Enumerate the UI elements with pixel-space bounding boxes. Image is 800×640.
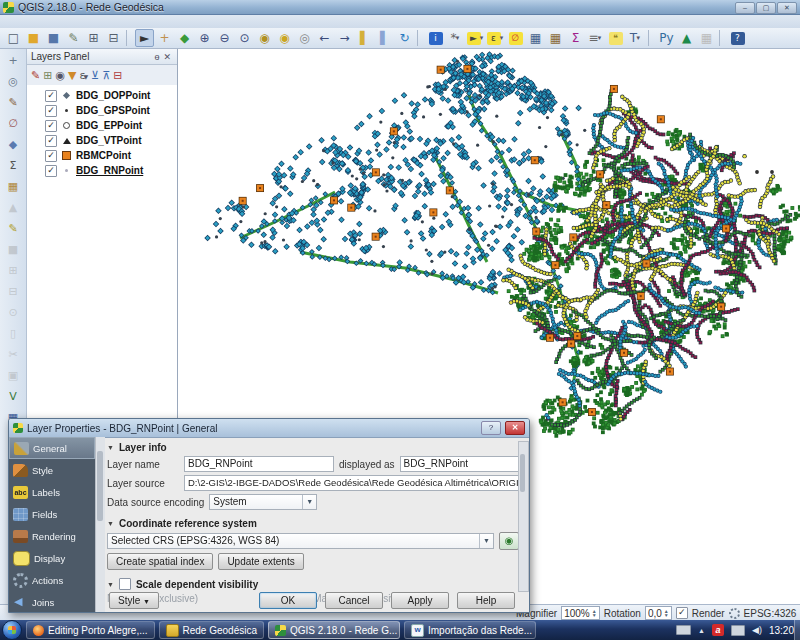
tray-expand-icon[interactable]: ▲ — [698, 627, 705, 634]
feature-action-button[interactable]: *▼ — [446, 29, 465, 47]
zoom-in-button[interactable]: ⊕ — [195, 29, 214, 47]
zoom-to-layer-button[interactable]: ◎ — [295, 29, 314, 47]
style-manager-button[interactable]: ▦ — [4, 178, 22, 195]
processing-toolbox-button[interactable]: ▦ — [697, 29, 716, 47]
cut-features-button[interactable]: ✂ — [4, 346, 22, 363]
composer-manager-button[interactable]: ⊟ — [104, 29, 123, 47]
layer-visibility-checkbox[interactable] — [45, 90, 57, 102]
field-calculator-button[interactable]: ▦ — [546, 29, 565, 47]
dialog-scrollbar[interactable] — [518, 441, 529, 592]
identify-features-button[interactable]: i — [426, 29, 445, 47]
new-project-button[interactable]: □ — [4, 29, 23, 47]
remove-layer-button[interactable]: ⊟ — [113, 69, 122, 82]
network-tray-icon[interactable] — [731, 625, 745, 636]
show-desktop-button[interactable] — [794, 620, 800, 640]
cancel-button[interactable]: Cancel — [325, 592, 383, 609]
dialog-close-button[interactable]: ✕ — [505, 421, 525, 435]
new-bookmark-button[interactable]: ▌ — [355, 29, 374, 47]
ok-button[interactable]: OK — [259, 592, 317, 609]
create-spatial-index-button[interactable]: Create spatial index — [107, 553, 213, 570]
deselect-all-button[interactable]: ∅ — [506, 29, 525, 47]
close-button[interactable]: ✕ — [777, 2, 797, 14]
keyboard-tray-icon[interactable] — [676, 625, 691, 635]
zoom-last-button[interactable]: ← — [315, 29, 334, 47]
dialog-tab-labels[interactable]: Labels — [9, 481, 95, 503]
open-layer-styling-button[interactable]: ✎ — [31, 69, 40, 82]
layer-item-bdg-dgppoint[interactable]: BDG_DOPPoint — [27, 88, 177, 103]
layer-visibility-checkbox[interactable] — [45, 150, 57, 162]
crs-combo[interactable]: Selected CRS (EPSG:4326, WGS 84) ▼ — [107, 533, 494, 549]
statistics-panel-button[interactable]: Σ — [4, 157, 22, 174]
zoom-out-button[interactable]: ⊖ — [215, 29, 234, 47]
plugin-tool-button[interactable]: + — [4, 52, 22, 69]
select-crs-button[interactable]: ◉ — [499, 532, 519, 550]
collapse-triangle-icon[interactable]: ▼ — [107, 444, 114, 451]
crs-label[interactable]: EPSG:4326 — [744, 608, 797, 619]
save-edits-button[interactable]: ■ — [4, 241, 22, 258]
dialog-tab-actions[interactable]: Actions — [9, 569, 95, 591]
roadgraph-button[interactable]: ✎ — [4, 94, 22, 111]
dialog-help-button[interactable]: ? — [481, 421, 501, 435]
collapse-triangle-icon[interactable]: ▼ — [107, 581, 114, 588]
add-group-button[interactable]: ⊞ — [43, 69, 52, 82]
filter-legend-button[interactable]: ▼ — [68, 69, 76, 82]
expression-filter-button[interactable]: ε▼ — [80, 69, 89, 82]
zoom-next-button[interactable]: → — [335, 29, 354, 47]
open-project-button[interactable]: ■ — [24, 29, 43, 47]
expand-all-button[interactable]: ⊻ — [91, 69, 99, 82]
update-extents-button[interactable]: Update extents — [218, 553, 303, 570]
taskbar-clock[interactable]: 13:20 — [769, 625, 794, 636]
style-menu-button[interactable]: Style ▼ — [109, 592, 159, 609]
taskbar-item-qgis[interactable]: QGIS 2.18.0 - Rede G... — [268, 621, 400, 639]
pan-map-button[interactable]: + — [155, 29, 174, 47]
statistics-button[interactable]: Σ — [566, 29, 585, 47]
refresh-button[interactable]: ↻ — [395, 29, 414, 47]
touch-zoom-pan-button[interactable]: ► — [135, 29, 154, 47]
move-feature-button[interactable]: ⊟ — [4, 283, 22, 300]
help-button[interactable]: ? — [728, 29, 747, 47]
copy-features-button[interactable]: ▣ — [4, 367, 22, 384]
spinner-arrows-icon[interactable]: ▲▼ — [664, 609, 669, 617]
layer-visibility-checkbox[interactable] — [45, 135, 57, 147]
map-tips-button[interactable]: ❝ — [606, 29, 625, 47]
layer-item-rbmcpoint[interactable]: RBMCPoint — [27, 148, 177, 163]
select-features-button[interactable]: ►▼ — [466, 29, 485, 47]
dialog-tab-fields[interactable]: Fields — [9, 503, 95, 525]
volume-tray-icon[interactable]: ◀) — [752, 625, 762, 635]
georeferencer-button[interactable]: ◎ — [4, 73, 22, 90]
layer-visibility-checkbox[interactable] — [45, 165, 57, 177]
taskbar-item-rede-geodesica-folder[interactable]: Rede Geodésica — [159, 621, 265, 639]
taskbar-item-editing-porto-alegre[interactable]: Editing Porto Alegre,... — [26, 621, 155, 639]
layer-visibility-checkbox[interactable] — [45, 120, 57, 132]
dialog-tab-general[interactable]: General — [9, 437, 95, 459]
python-console-button[interactable]: Py — [657, 29, 676, 47]
zoom-native-button[interactable]: ⊙ — [235, 29, 254, 47]
zoom-to-selection-button[interactable]: ◉ — [275, 29, 294, 47]
text-annotation-button[interactable]: T▼ — [626, 29, 645, 47]
taskbar-item-importacao-doc[interactable]: Importação das Rede... — [404, 621, 536, 639]
layer-item-bdg-vtpoint[interactable]: BDG_VTPoint — [27, 133, 177, 148]
toggle-editing-button[interactable]: ✎ — [4, 220, 22, 237]
title-bar[interactable]: QGIS 2.18.0 - Rede Geodésica – ▢ ✕ — [0, 0, 800, 15]
dialog-tab-joins[interactable]: Joins — [9, 591, 95, 612]
pan-to-selection-button[interactable]: ◆ — [175, 29, 194, 47]
save-project-button[interactable]: ■ — [44, 29, 63, 47]
dialog-tab-style[interactable]: Style — [9, 459, 95, 481]
collapse-all-button[interactable]: ⊼ — [102, 69, 110, 82]
start-button[interactable] — [2, 620, 22, 640]
new-composer-button[interactable]: ⊞ — [84, 29, 103, 47]
spinner-arrows-icon[interactable]: ▲▼ — [592, 609, 597, 617]
maximize-button[interactable]: ▢ — [756, 2, 776, 14]
spatial-query-button[interactable]: ◆ — [4, 136, 22, 153]
layer-name-input[interactable]: BDG_RNPoint — [184, 456, 334, 472]
dialog-tab-display[interactable]: Display — [9, 547, 95, 569]
minimize-button[interactable]: – — [735, 2, 755, 14]
attribute-table-button[interactable]: ▦ — [526, 29, 545, 47]
rotation-spinner[interactable]: 0,0 ▲▼ — [645, 606, 672, 620]
render-checkbox[interactable] — [676, 607, 688, 619]
layer-source-input[interactable]: D:\2-GIS\2-IBGE-DADOS\Rede Geodésica\Red… — [184, 475, 519, 491]
sidebar-scrollbar[interactable] — [95, 437, 105, 612]
node-tool-button[interactable]: ⊙ — [4, 304, 22, 321]
layer-item-bdg-eppoint[interactable]: BDG_EPPoint — [27, 118, 177, 133]
topology-checker-button[interactable]: ∅ — [4, 115, 22, 132]
